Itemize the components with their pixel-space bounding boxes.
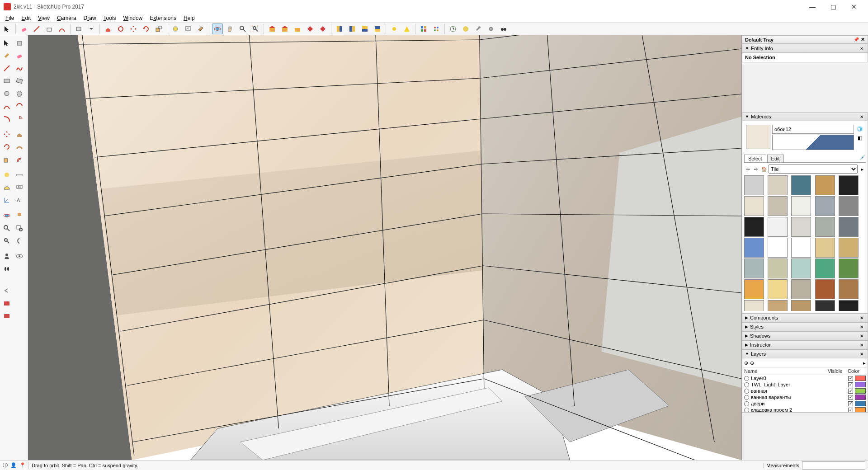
material-swatch[interactable]	[839, 175, 859, 195]
menu-camera[interactable]: Camera	[53, 14, 80, 22]
layer-visible-checkbox[interactable]: ✓	[848, 389, 853, 394]
warehouse-2-icon[interactable]	[279, 24, 290, 34]
offset-icon[interactable]	[115, 24, 126, 34]
material-swatch[interactable]	[744, 217, 764, 237]
line-tool-icon[interactable]	[31, 24, 42, 34]
measurements-input[interactable]	[802, 461, 865, 470]
material-swatch[interactable]	[791, 238, 811, 258]
rectangle-tool-icon[interactable]	[73, 24, 84, 34]
menu-help[interactable]: Help	[180, 14, 198, 22]
layer-visible-checkbox[interactable]: ✓	[848, 408, 853, 413]
eraser-icon[interactable]	[19, 24, 29, 34]
sun-icon[interactable]	[389, 24, 400, 34]
arc-tool[interactable]	[1, 100, 13, 112]
material-swatch[interactable]	[768, 279, 788, 299]
undo-icon[interactable]	[1, 285, 13, 296]
material-swatch[interactable]	[768, 258, 788, 278]
viewport-3d[interactable]	[28, 35, 741, 460]
followme-tool[interactable]	[14, 141, 25, 153]
materials-menu-icon[interactable]: ▸	[859, 165, 866, 173]
layer-visible-checkbox[interactable]: ✓	[848, 382, 853, 387]
eraser-tool[interactable]	[14, 50, 25, 61]
layer-radio[interactable]	[744, 408, 749, 413]
materials-tab-select[interactable]: Select	[744, 155, 766, 162]
layout-4-icon[interactable]	[372, 24, 383, 34]
circle-tool[interactable]	[1, 88, 13, 99]
paint-tool[interactable]	[1, 50, 13, 61]
freehand-tool[interactable]	[14, 62, 25, 74]
plugin-1-icon[interactable]	[1, 297, 13, 309]
rectangle-tool[interactable]	[1, 75, 13, 87]
materials-nav-back-icon[interactable]: ⇦	[744, 165, 751, 173]
layer-color-swatch[interactable]	[855, 407, 866, 413]
layer-delete-button[interactable]: ⊖	[750, 360, 754, 366]
panel-layers[interactable]: ▼Layers✕	[742, 349, 868, 358]
layers-hdr-color[interactable]: Color	[848, 368, 866, 374]
material-swatch[interactable]	[839, 196, 859, 216]
material-swatch[interactable]	[744, 300, 764, 311]
zoom-icon[interactable]	[237, 24, 248, 34]
materials-home-icon[interactable]: 🏠	[760, 165, 768, 173]
layer-color-swatch[interactable]	[855, 395, 866, 400]
ext-manager-icon[interactable]	[317, 24, 328, 34]
maximize-button[interactable]: ▢	[823, 0, 844, 14]
arc2-tool[interactable]	[14, 100, 25, 112]
eyedropper-icon[interactable]: 💉	[859, 155, 866, 162]
panel-styles[interactable]: ▶Styles✕	[742, 322, 868, 331]
layers-hdr-visible[interactable]: Visible	[828, 368, 848, 374]
material-swatch[interactable]	[791, 279, 811, 299]
material-swatch[interactable]	[815, 196, 835, 216]
3dtext-tool[interactable]: A	[14, 194, 25, 206]
move-icon[interactable]	[128, 24, 139, 34]
arc-tool-icon[interactable]	[57, 24, 67, 34]
rotate-icon[interactable]	[141, 24, 151, 34]
layer-row[interactable]: двери ✓	[743, 400, 867, 407]
zoom-tool[interactable]	[1, 222, 13, 234]
layer-row[interactable]: Layer0 ✓	[743, 375, 867, 381]
panel-instructor[interactable]: ▶Instructor✕	[742, 340, 868, 349]
zoom-window-tool[interactable]	[14, 222, 25, 234]
menu-extensions[interactable]: Extensions	[146, 14, 180, 22]
pan-icon[interactable]	[225, 24, 236, 34]
geo-icon[interactable]: 📍	[19, 462, 26, 468]
zoom-extents-icon[interactable]	[250, 24, 261, 34]
entity-info-close-icon[interactable]: ✕	[859, 45, 865, 52]
pie-tool[interactable]	[14, 113, 25, 125]
line-tool[interactable]	[1, 62, 13, 74]
layer-color-swatch[interactable]	[855, 388, 866, 394]
layer-visible-checkbox[interactable]: ✓	[848, 376, 853, 381]
material-name-input[interactable]	[772, 125, 854, 134]
layout-3-icon[interactable]	[359, 24, 370, 34]
dimension-tool[interactable]	[14, 169, 25, 181]
layer-row[interactable]: ванная ✓	[743, 388, 867, 394]
tray-close-icon[interactable]: ✕	[861, 37, 865, 42]
menu-edit[interactable]: Edit	[18, 14, 34, 22]
material-swatch[interactable]	[815, 238, 835, 258]
clock-icon[interactable]	[448, 24, 458, 34]
position-camera-tool[interactable]	[1, 250, 13, 262]
material-swatch[interactable]	[839, 258, 859, 278]
layer-row[interactable]: кладовка проем 2 ✓	[743, 407, 867, 413]
scale-tool[interactable]	[1, 154, 13, 165]
rotated-rect-tool[interactable]	[14, 75, 25, 87]
layout-1-icon[interactable]	[334, 24, 345, 34]
material-swatch[interactable]	[791, 196, 811, 216]
panel-materials[interactable]: ▼ Materials ✕	[742, 112, 868, 121]
material-create-icon[interactable]: 🧊	[856, 125, 864, 133]
materials-tab-edit[interactable]: Edit	[767, 155, 784, 162]
material-swatch[interactable]	[768, 175, 788, 195]
material-swatch[interactable]	[815, 279, 835, 299]
materials-category-select[interactable]: Tile	[769, 164, 858, 174]
ext-warehouse-icon[interactable]	[305, 24, 316, 34]
material-swatch[interactable]	[744, 279, 764, 299]
layer-color-swatch[interactable]	[855, 376, 866, 381]
layer-color-swatch[interactable]	[855, 401, 866, 406]
paint-icon[interactable]	[195, 24, 206, 34]
material-preview-swatch[interactable]	[746, 125, 770, 149]
minimize-button[interactable]: —	[802, 0, 823, 14]
arc3-tool[interactable]	[1, 113, 13, 125]
move-tool[interactable]	[1, 128, 13, 140]
look-around-tool[interactable]	[14, 250, 25, 262]
material-swatch[interactable]	[744, 175, 764, 195]
layer-row[interactable]: ванная варианты ✓	[743, 394, 867, 400]
